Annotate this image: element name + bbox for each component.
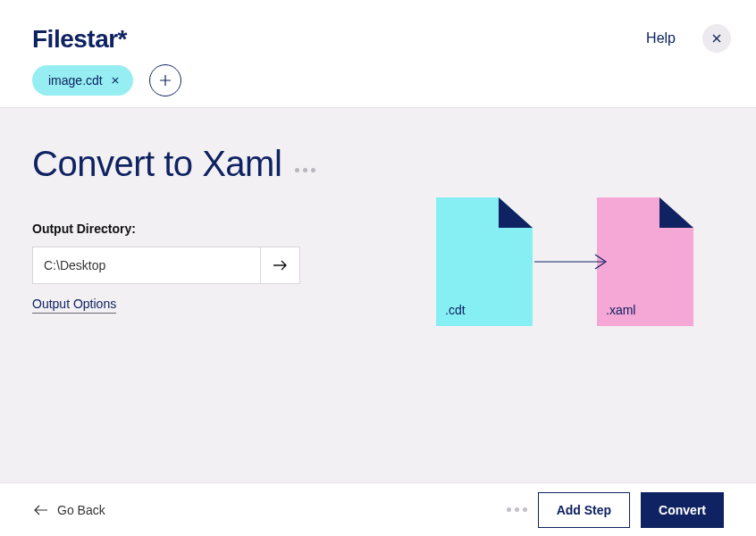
arrow-right-icon bbox=[533, 253, 613, 271]
source-file-icon: .cdt bbox=[436, 197, 533, 326]
brand-logo: Filestar* bbox=[32, 25, 127, 54]
footer-more-button[interactable] bbox=[507, 507, 527, 512]
file-chip[interactable]: image.cdt bbox=[32, 65, 133, 96]
target-ext-label: .xaml bbox=[606, 303, 635, 317]
arrow-left-icon bbox=[32, 505, 48, 515]
output-directory-browse-button[interactable] bbox=[261, 247, 300, 284]
header: Filestar* Help image.cdt bbox=[0, 0, 756, 107]
conversion-arrow bbox=[533, 253, 613, 271]
file-chip-label: image.cdt bbox=[48, 73, 103, 88]
arrow-right-icon bbox=[273, 259, 289, 272]
go-back-label: Go Back bbox=[57, 503, 105, 517]
output-directory-input[interactable] bbox=[32, 247, 261, 284]
help-link[interactable]: Help bbox=[646, 30, 676, 46]
close-icon bbox=[712, 34, 721, 43]
go-back-button[interactable]: Go Back bbox=[32, 503, 105, 517]
conversion-illustration: .cdt .xaml bbox=[436, 197, 693, 326]
convert-button[interactable]: Convert bbox=[641, 492, 724, 528]
source-ext-label: .cdt bbox=[445, 303, 466, 317]
plus-icon bbox=[159, 74, 172, 87]
add-file-button[interactable] bbox=[149, 64, 181, 96]
close-button[interactable] bbox=[702, 24, 731, 53]
output-directory-row bbox=[32, 247, 300, 284]
title-more-button[interactable] bbox=[295, 168, 315, 172]
output-options-link[interactable]: Output Options bbox=[32, 297, 116, 314]
main-panel: Convert to Xaml Output Directory: Output… bbox=[0, 107, 756, 482]
add-step-button[interactable]: Add Step bbox=[538, 492, 630, 528]
files-row: image.cdt bbox=[32, 64, 181, 96]
page-title: Convert to Xaml bbox=[32, 144, 281, 184]
footer: Go Back Add Step Convert bbox=[0, 482, 756, 536]
footer-actions: Add Step Convert bbox=[507, 492, 724, 528]
remove-file-icon[interactable] bbox=[112, 75, 119, 86]
